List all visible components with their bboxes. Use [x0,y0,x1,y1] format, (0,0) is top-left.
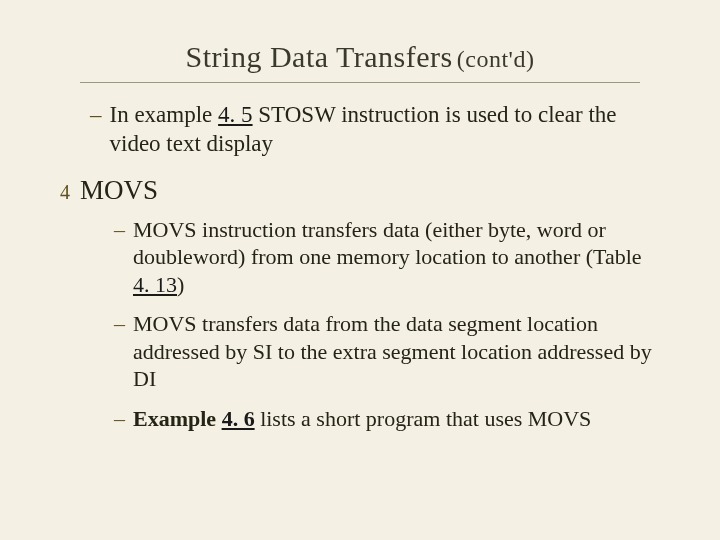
sub-item-1: – MOVS instruction transfers data (eithe… [114,216,660,299]
slide-title: String Data Transfers [186,40,453,73]
link-table-413[interactable]: 4. 13 [133,272,177,297]
content-area: – In example 4. 5 STOSW instruction is u… [50,101,670,432]
nested-list: – MOVS instruction transfers data (eithe… [90,216,660,433]
bullet-icon: 4 [60,181,70,204]
sub-item-3: – Example 4. 6 lists a short program tha… [114,405,660,433]
sub3-text: Example 4. 6 lists a short program that … [133,405,660,433]
slide-subtitle: (cont'd) [457,46,535,72]
title-divider [80,82,640,83]
text-fragment: lists a [255,406,317,431]
intro-item: – In example 4. 5 STOSW instruction is u… [90,101,660,159]
text-bold: Example [133,406,222,431]
text-fragment: ) [177,272,184,297]
text-fragment: MOVS instruction transfers data (either … [133,217,642,270]
link-example-45[interactable]: 4. 5 [218,102,253,127]
sub-item-2: – MOVS transfers data from the data segm… [114,310,660,393]
sub2-text: MOVS transfers data from the data segmen… [133,310,660,393]
main-label: MOVS [80,175,158,206]
text-fragment: short [316,406,366,431]
dash-icon: – [114,310,125,393]
intro-text: In example 4. 5 STOSW instruction is use… [110,101,661,159]
link-example-46[interactable]: 4. 6 [222,406,255,431]
dash-icon: – [114,216,125,299]
text-fragment: program [366,406,446,431]
sub1-text: MOVS instruction transfers data (either … [133,216,660,299]
text-fragment: uses MOVS [484,406,591,431]
title-block: String Data Transfers (cont'd) [50,40,670,74]
main-bullet-movs: 4 MOVS [60,175,660,206]
slide-container: String Data Transfers (cont'd) – In exam… [0,0,720,540]
text-fragment: In example [110,102,219,127]
dash-icon: – [90,101,102,159]
dash-icon: – [114,405,125,433]
text-fragment: that [446,406,485,431]
